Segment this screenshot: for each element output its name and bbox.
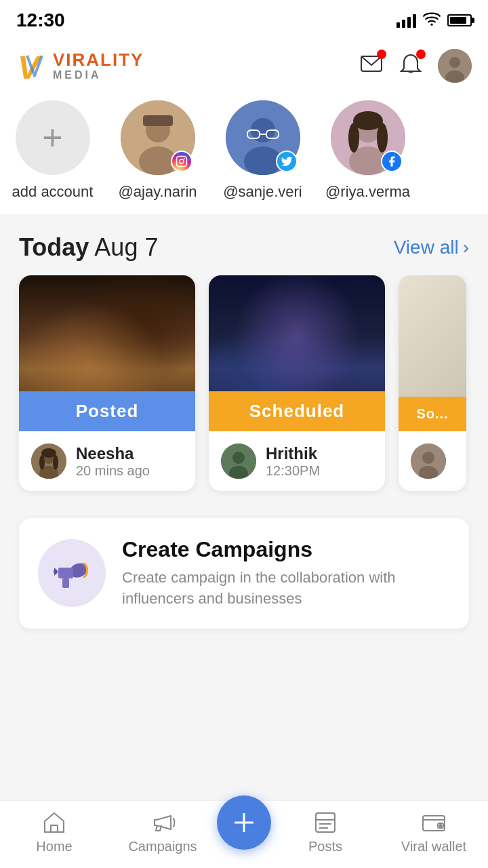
- nav-campaigns[interactable]: Campaigns: [108, 810, 217, 854]
- svg-point-36: [422, 452, 434, 464]
- facebook-badge: [381, 151, 403, 172]
- logo-text: VIRALITY MEDIA: [53, 51, 144, 81]
- nav-campaigns-label: Campaigns: [128, 839, 197, 854]
- nav-posts-label: Posts: [308, 839, 342, 854]
- post-card-3[interactable]: So...: [399, 275, 466, 491]
- add-account-button[interactable]: +: [16, 100, 90, 175]
- add-account-item[interactable]: + add account: [0, 100, 105, 201]
- post-footer-2: Hrithik 12:30PM: [209, 431, 385, 491]
- post-author-avatar-1: [31, 443, 66, 479]
- svg-point-29: [41, 448, 56, 458]
- logo-virality: VIRALITY: [53, 51, 144, 68]
- post-info-2: Hrithik 12:30PM: [266, 444, 320, 479]
- add-account-label: add account: [12, 183, 94, 201]
- svg-rect-40: [62, 578, 69, 588]
- nav-add-button[interactable]: [217, 795, 271, 850]
- signal-icon: [396, 13, 416, 28]
- svg-point-25: [377, 123, 388, 153]
- svg-point-24: [348, 123, 359, 153]
- nav-posts[interactable]: Posts: [271, 810, 380, 854]
- status-bar: 12:30: [0, 0, 488, 38]
- campaigns-section[interactable]: Create Campaigns Create campaign in the …: [19, 518, 469, 629]
- home-icon: [42, 810, 66, 835]
- status-icons: [396, 11, 472, 30]
- today-section-header: Today Aug 7 View all ›: [0, 214, 488, 275]
- account-ajay[interactable]: @ajay.narin: [105, 100, 210, 201]
- status-time: 12:30: [16, 9, 65, 31]
- wifi-icon: [423, 11, 441, 30]
- posts-strip: Posted Neesha 20 mins ago: [0, 275, 488, 505]
- post-status-1: Posted: [19, 391, 195, 431]
- header: V VIRALITY MEDIA: [0, 38, 488, 94]
- nav-home[interactable]: Home: [0, 810, 108, 854]
- twitter-badge: [276, 151, 298, 172]
- accounts-strip: + add account: [0, 94, 488, 214]
- viral-wallet-icon: [422, 810, 446, 835]
- svg-rect-39: [58, 568, 73, 578]
- account-name-sanje: @sanje.veri: [223, 183, 302, 201]
- svg-rect-45: [316, 813, 335, 832]
- user-avatar[interactable]: [438, 49, 472, 83]
- megaphone-icon: [50, 551, 94, 595]
- post-author-time-2: 12:30PM: [266, 463, 320, 479]
- bottom-nav: Home Campaigns Posts Viral wallet: [0, 800, 488, 868]
- account-sanje[interactable]: @sanje.veri: [210, 100, 315, 201]
- section-title: Today Aug 7: [19, 233, 158, 262]
- notifications-badge: [416, 50, 426, 59]
- post-card-1[interactable]: Posted Neesha 20 mins ago: [19, 275, 195, 491]
- campaign-description: Create campaign in the collaboration wit…: [122, 568, 450, 610]
- svg-point-0: [430, 24, 432, 26]
- notifications-button[interactable]: [399, 52, 423, 79]
- svg-rect-46: [316, 813, 335, 820]
- post-footer-1: Neesha 20 mins ago: [19, 431, 195, 491]
- view-all-button[interactable]: View all ›: [394, 237, 469, 258]
- account-avatar-riya: [331, 100, 405, 175]
- post-image-3: So...: [399, 275, 466, 431]
- svg-point-4: [449, 57, 460, 68]
- header-icons: [359, 49, 472, 83]
- account-avatar-ajay: [121, 100, 195, 175]
- account-name-ajay: @ajay.narin: [118, 183, 197, 201]
- nav-home-label: Home: [36, 839, 72, 854]
- svg-point-13: [184, 158, 185, 159]
- campaign-icon: [38, 539, 106, 607]
- post-image-2: Scheduled: [209, 275, 385, 431]
- post-author-time-1: 20 mins ago: [76, 463, 150, 479]
- svg-point-30: [39, 455, 45, 470]
- svg-rect-10: [143, 115, 173, 126]
- post-author-avatar-2: [221, 443, 256, 479]
- post-author-name-1: Neesha: [76, 444, 150, 463]
- post-card-2[interactable]: Scheduled Hrithik 12:30PM: [209, 275, 385, 491]
- logo-icon: V: [16, 47, 53, 84]
- svg-point-51: [440, 825, 442, 827]
- plus-icon: [230, 809, 258, 836]
- logo-media: MEDIA: [53, 70, 144, 81]
- post-author-avatar-3: [411, 443, 446, 479]
- campaigns-icon: [150, 810, 175, 835]
- post-author-name-2: Hrithik: [266, 444, 320, 463]
- battery-icon: [447, 14, 472, 26]
- svg-rect-42: [51, 825, 58, 832]
- campaign-title: Create Campaigns: [122, 537, 450, 562]
- messages-button[interactable]: [359, 52, 384, 79]
- post-image-1: Posted: [19, 275, 195, 431]
- post-info-1: Neesha 20 mins ago: [76, 444, 150, 479]
- campaign-text: Create Campaigns Create campaign in the …: [122, 537, 450, 610]
- post-status-3: So...: [399, 397, 466, 431]
- svg-point-41: [54, 570, 58, 574]
- logo: V VIRALITY MEDIA: [16, 47, 144, 84]
- svg-point-31: [53, 455, 58, 470]
- post-status-2: Scheduled: [209, 391, 385, 431]
- svg-rect-11: [176, 157, 186, 167]
- instagram-badge: [171, 151, 192, 172]
- account-name-riya: @riya.verma: [325, 183, 410, 201]
- nav-viral-wallet[interactable]: Viral wallet: [380, 810, 488, 854]
- svg-point-33: [232, 452, 245, 464]
- post-footer-3: [399, 431, 466, 491]
- account-avatar-sanje: [226, 100, 300, 175]
- posts-icon: [313, 810, 338, 835]
- messages-badge: [377, 50, 386, 59]
- account-riya[interactable]: @riya.verma: [315, 100, 420, 201]
- svg-point-12: [180, 159, 184, 163]
- chevron-right-icon: ›: [463, 237, 469, 258]
